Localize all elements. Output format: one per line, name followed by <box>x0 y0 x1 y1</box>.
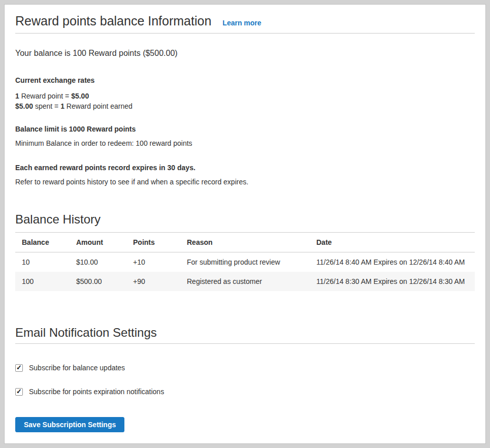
cell-points: +90 <box>126 272 180 291</box>
balance-updates-option: Subscribe for balance updates <box>15 364 475 372</box>
table-row: 10 $10.00 +10 For submitting product rev… <box>15 252 475 272</box>
column-header-balance: Balance <box>15 233 70 252</box>
save-subscription-settings-button[interactable]: Save Subscription Settings <box>15 417 124 432</box>
column-header-date: Date <box>310 233 475 252</box>
expiry-note: Refer to reward points history to see if… <box>15 177 475 187</box>
table-row: 100 $500.00 +90 Registered as customer 1… <box>15 272 475 291</box>
column-header-points: Points <box>126 233 180 252</box>
page-title: Reward points balance Information <box>15 13 211 29</box>
exchange-rates-heading: Current exchange rates <box>15 76 475 85</box>
points-expiration-checkbox[interactable] <box>15 388 23 396</box>
cell-reason: Registered as customer <box>180 272 310 291</box>
exchange-rate-line-2: $5.00 spent = 1 Reward point earned <box>15 101 475 111</box>
cell-reason: For submitting product review <box>180 252 310 272</box>
learn-more-link[interactable]: Learn more <box>222 19 261 27</box>
page-header: Reward points balance Information Learn … <box>15 5 475 34</box>
email-notification-heading: Email Notification Settings <box>15 325 475 344</box>
cell-balance: 100 <box>15 272 70 291</box>
balance-summary: Your balance is 100 Reward points ($500.… <box>15 48 475 59</box>
balance-history-heading: Balance History <box>15 212 475 233</box>
balance-updates-label[interactable]: Subscribe for balance updates <box>29 364 125 372</box>
balance-history-table: Balance Amount Points Reason Date 10 $10… <box>15 233 475 291</box>
minimum-balance-note: Minimum Balance in order to redeem: 100 … <box>15 139 475 148</box>
column-header-amount: Amount <box>70 233 126 252</box>
cell-amount: $500.00 <box>70 272 126 291</box>
column-header-reason: Reason <box>180 233 310 252</box>
expiry-heading: Each earned reward points record expires… <box>15 163 475 173</box>
cell-balance: 10 <box>15 252 70 272</box>
cell-date: 11/26/14 8:30 AM Expires on 12/26/14 8:3… <box>310 272 475 291</box>
table-header-row: Balance Amount Points Reason Date <box>15 233 475 252</box>
cell-date: 11/26/14 8:40 AM Expires on 12/26/14 8:4… <box>310 252 475 272</box>
cell-amount: $10.00 <box>70 252 126 272</box>
points-expiration-label[interactable]: Subscribe for points expiration notifica… <box>29 388 164 396</box>
exchange-rates: 1 Reward point = $5.00 $5.00 spent = 1 R… <box>15 91 475 111</box>
cell-points: +10 <box>126 252 180 272</box>
points-expiration-option: Subscribe for points expiration notifica… <box>15 388 475 396</box>
exchange-rate-line-1: 1 Reward point = $5.00 <box>15 91 475 101</box>
reward-points-card: Reward points balance Information Learn … <box>4 4 486 444</box>
balance-limit-heading: Balance limit is 1000 Reward points <box>15 124 475 134</box>
balance-updates-checkbox[interactable] <box>15 364 23 372</box>
